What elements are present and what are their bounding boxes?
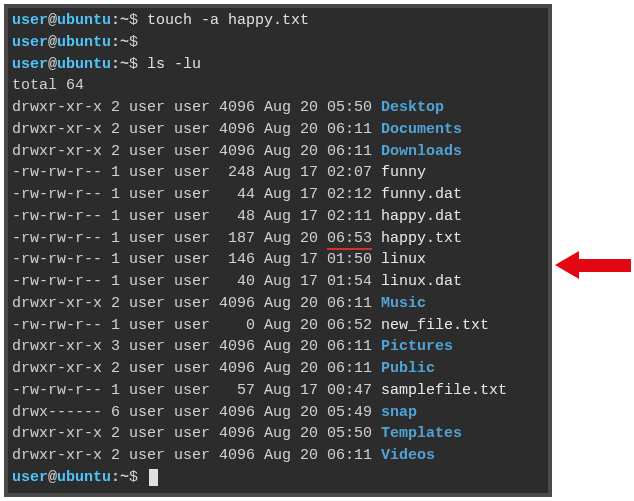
terminal-window[interactable]: user@ubuntu:~$ touch -a happy.txt user@u… xyxy=(4,4,552,497)
file-meta: drwx------ 6 user user 4096 Aug 20 05:49 xyxy=(12,404,381,421)
command-text: touch -a happy.txt xyxy=(138,12,309,29)
directory-name: snap xyxy=(381,404,417,421)
list-item: -rw-rw-r-- 1 user user 187 Aug 20 06:53 … xyxy=(12,228,544,250)
list-item: -rw-rw-r-- 1 user user 48 Aug 17 02:11 h… xyxy=(12,206,544,228)
file-meta: -rw-rw-r-- 1 user user 48 Aug 17 02:11 xyxy=(12,208,381,225)
file-meta: drwxr-xr-x 3 user user 4096 Aug 20 06:11 xyxy=(12,338,381,355)
command-text: ls -lu xyxy=(138,56,201,73)
file-meta: drwxr-xr-x 2 user user 4096 Aug 20 06:11 xyxy=(12,143,381,160)
directory-name: Templates xyxy=(381,425,462,442)
file-meta: drwxr-xr-x 2 user user 4096 Aug 20 06:11 xyxy=(12,447,381,464)
list-item: drwxr-xr-x 2 user user 4096 Aug 20 06:11… xyxy=(12,119,544,141)
file-name: linux.dat xyxy=(381,273,462,290)
prompt-line-2: user@ubuntu:~$ xyxy=(12,32,544,54)
arrow-left-icon xyxy=(555,251,579,279)
file-meta: -rw-rw-r-- 1 user user 44 Aug 17 02:12 xyxy=(12,186,381,203)
file-listing: drwxr-xr-x 2 user user 4096 Aug 20 05:50… xyxy=(12,97,544,467)
list-item: -rw-rw-r-- 1 user user 44 Aug 17 02:12 f… xyxy=(12,184,544,206)
list-item: -rw-rw-r-- 1 user user 248 Aug 17 02:07 … xyxy=(12,162,544,184)
list-item: drwxr-xr-x 2 user user 4096 Aug 20 06:11… xyxy=(12,293,544,315)
file-meta: -rw-rw-r-- 1 user user 0 Aug 20 06:52 xyxy=(12,317,381,334)
file-name: linux xyxy=(381,251,426,268)
file-meta: drwxr-xr-x 2 user user 4096 Aug 20 06:11 xyxy=(12,295,381,312)
list-item: -rw-rw-r-- 1 user user 57 Aug 17 00:47 s… xyxy=(12,380,544,402)
prompt-line-4: user@ubuntu:~$ xyxy=(12,467,544,489)
file-meta: drwxr-xr-x 2 user user 4096 Aug 20 05:50 xyxy=(12,99,381,116)
file-meta: drwxr-xr-x 2 user user 4096 Aug 20 05:50 xyxy=(12,425,381,442)
highlighted-time: 06:53 xyxy=(327,230,372,250)
list-item: -rw-rw-r-- 1 user user 40 Aug 17 01:54 l… xyxy=(12,271,544,293)
directory-name: Desktop xyxy=(381,99,444,116)
list-item: -rw-rw-r-- 1 user user 146 Aug 17 01:50 … xyxy=(12,249,544,271)
list-item: drwxr-xr-x 3 user user 4096 Aug 20 06:11… xyxy=(12,336,544,358)
total-line: total 64 xyxy=(12,75,544,97)
file-meta: -rw-rw-r-- 1 user user 57 Aug 17 00:47 xyxy=(12,382,381,399)
directory-name: Documents xyxy=(381,121,462,138)
prompt-host: ubuntu xyxy=(57,12,111,29)
directory-name: Videos xyxy=(381,447,435,464)
directory-name: Music xyxy=(381,295,426,312)
prompt-line-3: user@ubuntu:~$ ls -lu xyxy=(12,54,544,76)
file-name: happy.txt xyxy=(381,230,462,247)
list-item: drwxr-xr-x 2 user user 4096 Aug 20 05:50… xyxy=(12,423,544,445)
list-item: -rw-rw-r-- 1 user user 0 Aug 20 06:52 ne… xyxy=(12,315,544,337)
file-name: funny xyxy=(381,164,426,181)
file-name: happy.dat xyxy=(381,208,462,225)
file-meta: drwxr-xr-x 2 user user 4096 Aug 20 06:11 xyxy=(12,121,381,138)
file-name: samplefile.txt xyxy=(381,382,507,399)
annotation-arrow xyxy=(555,251,631,279)
file-meta: -rw-rw-r-- 1 user user 40 Aug 17 01:54 xyxy=(12,273,381,290)
directory-name: Public xyxy=(381,360,435,377)
file-meta: -rw-rw-r-- 1 user user 146 Aug 17 01:50 xyxy=(12,251,381,268)
list-item: drwxr-xr-x 2 user user 4096 Aug 20 05:50… xyxy=(12,97,544,119)
prompt-user: user xyxy=(12,12,48,29)
directory-name: Downloads xyxy=(381,143,462,160)
list-item: drwx------ 6 user user 4096 Aug 20 05:49… xyxy=(12,402,544,424)
file-meta: -rw-rw-r-- 1 user user 248 Aug 17 02:07 xyxy=(12,164,381,181)
list-item: drwxr-xr-x 2 user user 4096 Aug 20 06:11… xyxy=(12,445,544,467)
file-meta: drwxr-xr-x 2 user user 4096 Aug 20 06:11 xyxy=(12,360,381,377)
prompt-line-1: user@ubuntu:~$ touch -a happy.txt xyxy=(12,10,544,32)
prompt-path: ~ xyxy=(120,12,129,29)
file-meta: -rw-rw-r-- 1 user user 187 Aug 20 xyxy=(12,230,327,247)
directory-name: Pictures xyxy=(381,338,453,355)
file-name: funny.dat xyxy=(381,186,462,203)
list-item: drwxr-xr-x 2 user user 4096 Aug 20 06:11… xyxy=(12,358,544,380)
list-item: drwxr-xr-x 2 user user 4096 Aug 20 06:11… xyxy=(12,141,544,163)
file-name: new_file.txt xyxy=(381,317,489,334)
cursor[interactable] xyxy=(149,469,158,486)
